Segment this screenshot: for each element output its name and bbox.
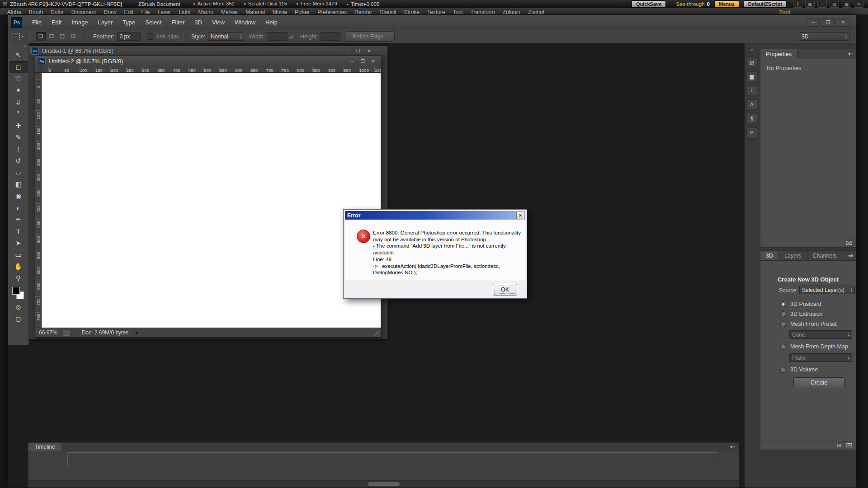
zbrush-menu-item[interactable]: Render bbox=[354, 8, 372, 14]
hand-tool[interactable]: ✋ bbox=[9, 261, 28, 272]
zbrush-menu-item[interactable]: Texture bbox=[427, 8, 445, 14]
zbrush-menu-item[interactable]: File bbox=[141, 8, 150, 14]
scissors-panel-icon[interactable]: ✂ bbox=[746, 127, 757, 137]
horizontal-ruler[interactable]: 0501001502002503003504004505005506006507… bbox=[42, 66, 381, 73]
color-panel-icon[interactable]: ▧ bbox=[746, 57, 757, 67]
restore-icon[interactable]: ❐ bbox=[356, 48, 360, 53]
feather-input[interactable] bbox=[117, 32, 141, 41]
paragraph-panel-icon[interactable]: ¶ bbox=[746, 113, 757, 123]
close-icon[interactable]: ✕ bbox=[837, 19, 849, 27]
rectangular-marquee-tool[interactable]: □ bbox=[9, 61, 28, 73]
see-through-label[interactable]: See-through0 bbox=[676, 1, 710, 7]
trash-icon[interactable]: ⌧ bbox=[846, 442, 852, 449]
blur-tool[interactable]: ◉ bbox=[9, 190, 28, 202]
trash-icon[interactable]: ⌧ bbox=[846, 240, 852, 246]
quick-selection-tool[interactable]: ✦ bbox=[9, 84, 28, 96]
zbrush-menu-item[interactable]: Color bbox=[51, 8, 64, 14]
radio-icon[interactable] bbox=[780, 344, 786, 350]
lasso-tool[interactable]: ➰ bbox=[9, 73, 28, 84]
width-input[interactable] bbox=[268, 32, 288, 41]
spot-healing-brush-tool[interactable]: ✚ bbox=[9, 120, 28, 131]
scrollbar-thumb[interactable] bbox=[368, 482, 400, 486]
zbrush-menu-item[interactable]: Edit bbox=[124, 8, 133, 14]
radio-icon[interactable] bbox=[780, 311, 786, 317]
close-icon[interactable]: ✕ bbox=[516, 212, 524, 219]
restore-icon[interactable]: ❐ bbox=[822, 19, 835, 27]
height-input[interactable] bbox=[321, 32, 340, 41]
zbrush-menu-item[interactable]: Draw bbox=[104, 8, 116, 14]
info-panel-icon[interactable]: i bbox=[746, 85, 757, 95]
menu-item[interactable]: File bbox=[27, 15, 47, 30]
menu-item[interactable]: Type bbox=[118, 15, 140, 30]
status-options-icon[interactable] bbox=[63, 330, 70, 336]
menu-item[interactable]: Select bbox=[140, 15, 166, 30]
preset-select[interactable]: Cone bbox=[789, 330, 852, 339]
texture-icon[interactable]: ▩ bbox=[842, 1, 851, 8]
zbrush-menu-item[interactable]: Document bbox=[71, 8, 96, 14]
gradient-tool[interactable]: ◧ bbox=[9, 178, 28, 190]
zbrush-menu-item[interactable]: Brush bbox=[29, 8, 43, 14]
document-titlebar[interactable]: Ps Untitled-1 @ 66.7% (RGB/8) ─ ❐ ✕ bbox=[28, 46, 387, 56]
restore-icon[interactable]: ❐ bbox=[361, 59, 365, 64]
dialog-titlebar[interactable]: Error ✕ bbox=[345, 211, 525, 220]
zbrush-tool-palette-label[interactable]: Tool bbox=[779, 8, 790, 14]
eraser-tool[interactable]: ▱ bbox=[9, 167, 28, 178]
menu-item[interactable]: Window bbox=[230, 15, 260, 30]
radio-3d-volume[interactable]: 3D Volume bbox=[780, 366, 818, 373]
timeline-scrollbar[interactable] bbox=[28, 480, 739, 487]
document-titlebar[interactable]: Ps Untitled-2 @ 66.7% (RGB/8) ─ ❐ ✕ bbox=[35, 56, 381, 67]
tab-timeline[interactable]: Timeline bbox=[28, 443, 62, 451]
history-brush-tool[interactable]: ↺ bbox=[9, 155, 28, 167]
antialias-checkbox[interactable] bbox=[147, 33, 153, 40]
close-icon[interactable]: ✕ bbox=[372, 59, 375, 64]
zbrush-menu-item[interactable]: Preferences bbox=[317, 8, 347, 14]
pen-tool[interactable]: ✒ bbox=[9, 214, 28, 225]
menu-item[interactable]: Help bbox=[260, 15, 283, 30]
close-icon[interactable]: ✕ bbox=[368, 48, 371, 53]
intersect-selection-icon[interactable]: ❒ bbox=[68, 32, 78, 41]
default-zscript-button[interactable]: DefaultZScript bbox=[744, 0, 787, 8]
screen-mode-icon[interactable]: ▢ bbox=[9, 313, 28, 324]
canvas[interactable] bbox=[42, 73, 381, 328]
bars-icon[interactable]: ∥ bbox=[793, 1, 802, 8]
zbrush-menu-item[interactable]: Material bbox=[245, 8, 265, 14]
zbrush-menu-item[interactable]: Stencil bbox=[380, 8, 396, 14]
menu-item[interactable]: Edit bbox=[47, 15, 66, 30]
ok-button[interactable]: OK bbox=[493, 284, 517, 296]
rectangle-tool[interactable]: ▭ bbox=[9, 249, 28, 261]
menu-item[interactable]: View bbox=[207, 15, 230, 30]
zbrush-menu-item[interactable]: Zplugin bbox=[503, 8, 520, 14]
grid-icon[interactable]: ▦ bbox=[805, 1, 815, 8]
panel-menu-icon[interactable]: ▾≡ bbox=[848, 49, 856, 59]
radio-3d-extrusion[interactable]: 3D Extrusion bbox=[780, 311, 823, 317]
add-selection-icon[interactable]: ❐ bbox=[47, 32, 57, 41]
radio-mesh-from-preset[interactable]: Mesh From Preset bbox=[780, 321, 837, 327]
close-icon[interactable]: ✕ bbox=[854, 1, 863, 8]
histogram-panel-icon[interactable]: ▆ bbox=[746, 71, 757, 81]
minimize-icon[interactable]: ─ bbox=[346, 48, 349, 53]
resize-grip-icon[interactable] bbox=[374, 331, 380, 337]
panel-menu-icon[interactable]: ▾≡ bbox=[730, 443, 739, 451]
zoom-level[interactable]: 66.67% bbox=[35, 329, 57, 336]
quick-mask-icon[interactable]: ◎ bbox=[9, 301, 28, 313]
dodge-tool[interactable]: ◐ bbox=[9, 202, 28, 214]
move-tool[interactable]: ↖ bbox=[9, 49, 28, 61]
expand-panels-icon[interactable]: « bbox=[750, 48, 753, 53]
foreground-color-swatch[interactable] bbox=[12, 287, 20, 295]
menu-item[interactable]: 3D bbox=[189, 15, 207, 30]
tab-channels[interactable]: Channels bbox=[807, 251, 843, 260]
depth-map-select[interactable]: Plane bbox=[789, 353, 852, 362]
zbrush-menu-item[interactable]: Layer bbox=[158, 8, 171, 14]
new-item-icon[interactable]: ⊞ bbox=[837, 442, 841, 449]
zbrush-menu-item[interactable]: Movie bbox=[273, 8, 287, 14]
zbrush-menu-item[interactable]: Light bbox=[179, 8, 191, 14]
character-panel-icon[interactable]: A bbox=[746, 99, 757, 109]
menu-item[interactable]: Filter bbox=[166, 15, 189, 30]
workspace-select[interactable]: 3D bbox=[799, 32, 849, 41]
zbrush-menu-item[interactable]: Zscript bbox=[528, 8, 544, 14]
collapse-tools-icon[interactable]: » bbox=[24, 44, 26, 49]
quicksave-button[interactable]: QuickSave bbox=[632, 0, 666, 8]
rows-icon[interactable]: ▤ bbox=[830, 1, 839, 8]
zoom-tool[interactable]: ⚲ bbox=[9, 272, 28, 284]
home-icon[interactable]: ⌂ bbox=[817, 1, 827, 8]
